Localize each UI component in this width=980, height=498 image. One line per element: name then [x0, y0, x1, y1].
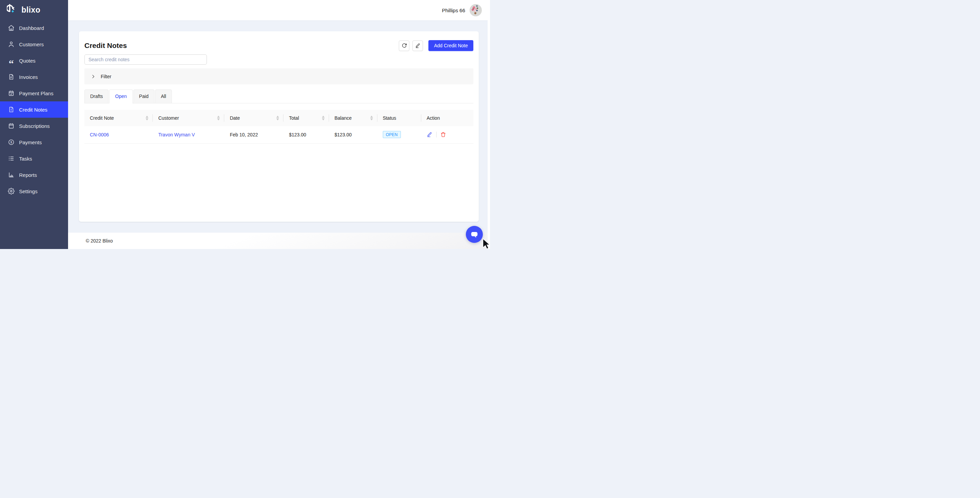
table-row: CN-0006 Travon Wyman V Feb 10, 2022 $123…	[84, 126, 473, 143]
sidebar-item-payment-plans[interactable]: Payment Plans	[0, 85, 68, 101]
chat-widget-button[interactable]	[466, 226, 483, 243]
user-name: Phillips 66	[442, 8, 465, 13]
chevron-right-icon	[91, 74, 95, 79]
chat-bubble-icon	[470, 230, 479, 239]
sidebar-item-label: Subscriptions	[19, 123, 50, 129]
user-icon	[8, 41, 14, 48]
column-header-action: Action	[421, 110, 473, 126]
column-header-total[interactable]: Total	[283, 110, 329, 126]
sidebar-item-invoices[interactable]: Invoices	[0, 69, 68, 85]
credit-notes-card: Credit Notes Add Credit Note	[79, 31, 479, 222]
sidebar-item-subscriptions[interactable]: Subscriptions	[0, 118, 68, 134]
sidebar-item-label: Payments	[19, 140, 42, 145]
gear-icon	[8, 188, 14, 194]
avatar	[469, 4, 482, 16]
trash-icon	[440, 132, 446, 137]
calendar-icon	[8, 123, 14, 129]
sidebar-item-payments[interactable]: $ Payments	[0, 134, 68, 150]
sidebar-item-label: Quotes	[19, 58, 35, 64]
sidebar: blixo Dashboard Customers “ Quotes	[0, 0, 68, 249]
sidebar-item-dashboard[interactable]: Dashboard	[0, 20, 68, 36]
filter-label: Filter	[101, 74, 111, 79]
filter-toggle[interactable]: Filter	[84, 68, 473, 84]
credit-notes-table: Credit Note Customer Date	[84, 110, 473, 143]
search-input[interactable]	[84, 54, 207, 65]
document-exclamation-icon	[8, 106, 14, 113]
sidebar-item-label: Credit Notes	[19, 107, 47, 113]
brand-name: blixo	[21, 5, 40, 14]
column-header-balance[interactable]: Balance	[329, 110, 377, 126]
content-background: Credit Notes Add Credit Note	[68, 21, 490, 233]
balance-cell: $123.00	[329, 126, 377, 143]
total-cell: $123.00	[283, 126, 329, 143]
sidebar-item-label: Invoices	[19, 74, 38, 80]
footer: © 2022 Blixo	[68, 233, 490, 249]
column-header-date[interactable]: Date	[224, 110, 283, 126]
divider	[436, 132, 437, 137]
tab-paid[interactable]: Paid	[134, 89, 154, 103]
tab-drafts[interactable]: Drafts	[84, 89, 108, 103]
row-delete-button[interactable]	[440, 132, 446, 137]
brand-logo[interactable]: blixo	[0, 0, 68, 20]
sort-carets-icon	[146, 116, 148, 121]
sidebar-item-label: Settings	[19, 188, 37, 194]
sidebar-item-settings[interactable]: Settings	[0, 183, 68, 199]
add-credit-note-button[interactable]: Add Credit Note	[428, 40, 473, 51]
customer-link[interactable]: Travon Wyman V	[158, 132, 195, 137]
sort-carets-icon	[276, 116, 279, 121]
sidebar-item-label: Payment Plans	[19, 91, 53, 96]
sort-carets-icon	[322, 116, 325, 121]
refresh-button[interactable]	[399, 40, 409, 51]
column-header-credit-note[interactable]: Credit Note	[84, 110, 153, 126]
user-menu[interactable]: Phillips 66	[442, 4, 482, 16]
status-badge: OPEN	[383, 131, 401, 138]
dollar-circle-icon: $	[8, 139, 14, 146]
app-window: blixo Dashboard Customers “ Quotes	[0, 0, 490, 249]
sort-carets-icon	[370, 116, 373, 121]
document-icon	[8, 73, 14, 80]
topbar: Phillips 66	[68, 0, 490, 21]
copyright-text: © 2022 Blixo	[86, 238, 113, 243]
credit-note-link[interactable]: CN-0006	[90, 132, 109, 137]
sidebar-item-customers[interactable]: Customers	[0, 36, 68, 53]
svg-text:$: $	[11, 140, 12, 144]
page-title: Credit Notes	[84, 41, 127, 50]
sidebar-nav: Dashboard Customers “ Quotes Invoices	[0, 20, 68, 199]
mouse-cursor	[482, 239, 490, 249]
row-edit-button[interactable]	[427, 132, 433, 137]
scrollbar[interactable]	[488, 0, 490, 249]
tab-open[interactable]: Open	[109, 89, 132, 103]
sidebar-item-reports[interactable]: Reports	[0, 167, 68, 183]
sidebar-item-credit-notes[interactable]: Credit Notes	[0, 101, 68, 118]
edit-mode-button[interactable]	[412, 40, 423, 51]
sort-carets-icon	[217, 116, 220, 121]
column-header-status: Status	[377, 110, 421, 126]
sidebar-item-label: Customers	[19, 41, 44, 47]
calendar-check-icon	[8, 90, 14, 97]
home-icon	[8, 24, 14, 31]
date-cell: Feb 10, 2022	[224, 126, 283, 143]
column-header-customer[interactable]: Customer	[153, 110, 224, 126]
bar-chart-icon	[8, 172, 14, 178]
pencil-icon	[427, 132, 433, 137]
tab-all[interactable]: All	[155, 89, 172, 103]
sidebar-item-label: Reports	[19, 172, 37, 178]
sidebar-item-label: Dashboard	[19, 25, 44, 31]
quote-icon: “	[8, 57, 14, 64]
main-area: Phillips 66 Credit Notes	[68, 0, 490, 249]
status-tabs: Drafts Open Paid All	[84, 89, 473, 103]
list-icon	[8, 155, 14, 162]
sidebar-item-label: Tasks	[19, 156, 32, 162]
pencil-icon	[415, 43, 421, 48]
refresh-icon	[401, 43, 407, 48]
blixo-mark-icon	[7, 3, 18, 16]
sidebar-item-tasks[interactable]: Tasks	[0, 150, 68, 167]
sidebar-item-quotes[interactable]: “ Quotes	[0, 53, 68, 69]
